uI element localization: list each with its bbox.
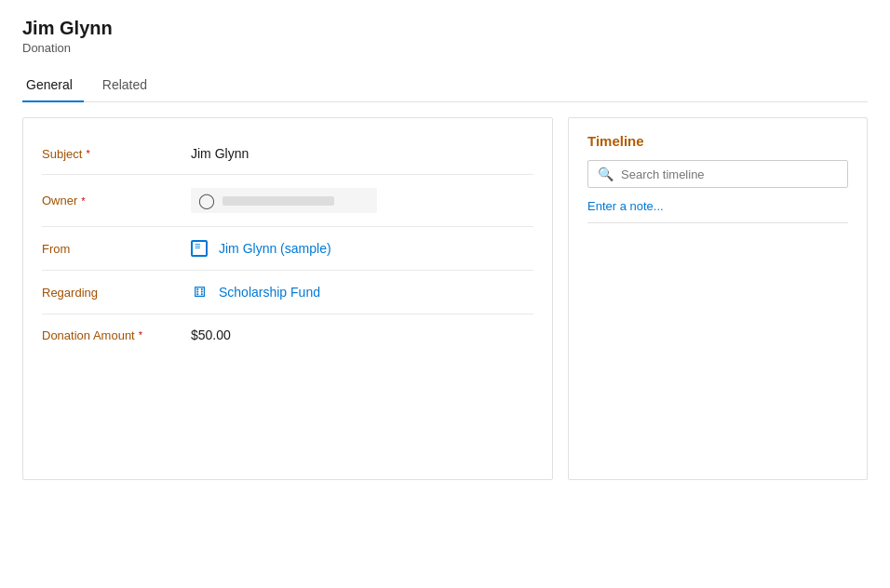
main-content: Subject * Jim Glynn Owner * ◯ <box>22 117 868 480</box>
from-record-icon <box>191 240 208 257</box>
record-subtitle: Donation <box>22 41 868 55</box>
field-row-owner: Owner * ◯ <box>42 175 533 227</box>
label-from: From <box>42 242 191 256</box>
field-row-regarding: Regarding ⚅ Scholarship Fund <box>42 271 533 314</box>
tab-general[interactable]: General <box>22 70 84 101</box>
timeline-panel: Timeline 🔍 Enter a note... <box>568 117 868 480</box>
required-mark-owner: * <box>81 195 85 207</box>
label-regarding: Regarding <box>42 286 191 300</box>
required-mark-donation: * <box>139 329 142 341</box>
field-row-from: From Jim Glynn (sample) <box>42 227 533 271</box>
value-from[interactable]: Jim Glynn (sample) <box>191 240 533 257</box>
record-title: Jim Glynn <box>22 17 868 39</box>
required-mark-subject: * <box>86 148 89 159</box>
owner-input[interactable]: ◯ <box>191 188 377 213</box>
page-container: Jim Glynn Donation General Related Subje… <box>0 0 890 497</box>
tab-related[interactable]: Related <box>99 70 158 101</box>
value-donation-amount[interactable]: $50.00 <box>191 327 533 342</box>
field-row-subject: Subject * Jim Glynn <box>42 133 533 175</box>
person-icon: ◯ <box>198 192 215 209</box>
label-subject: Subject * <box>42 147 191 161</box>
timeline-title: Timeline <box>587 133 848 149</box>
enter-note[interactable]: Enter a note... <box>587 199 848 223</box>
value-regarding[interactable]: ⚅ Scholarship Fund <box>191 284 533 301</box>
form-card: Subject * Jim Glynn Owner * ◯ <box>22 117 553 480</box>
value-subject[interactable]: Jim Glynn <box>191 146 533 161</box>
search-timeline-input[interactable] <box>621 167 838 181</box>
search-timeline-container[interactable]: 🔍 <box>587 160 848 188</box>
tab-bar: General Related <box>22 70 868 102</box>
label-donation-amount: Donation Amount * <box>42 328 191 342</box>
regarding-icon: ⚅ <box>191 284 208 301</box>
value-owner[interactable]: ◯ <box>191 188 533 213</box>
owner-placeholder <box>222 196 334 206</box>
label-owner: Owner * <box>42 194 191 207</box>
search-icon: 🔍 <box>598 167 614 181</box>
field-row-donation-amount: Donation Amount * $50.00 <box>42 314 533 355</box>
